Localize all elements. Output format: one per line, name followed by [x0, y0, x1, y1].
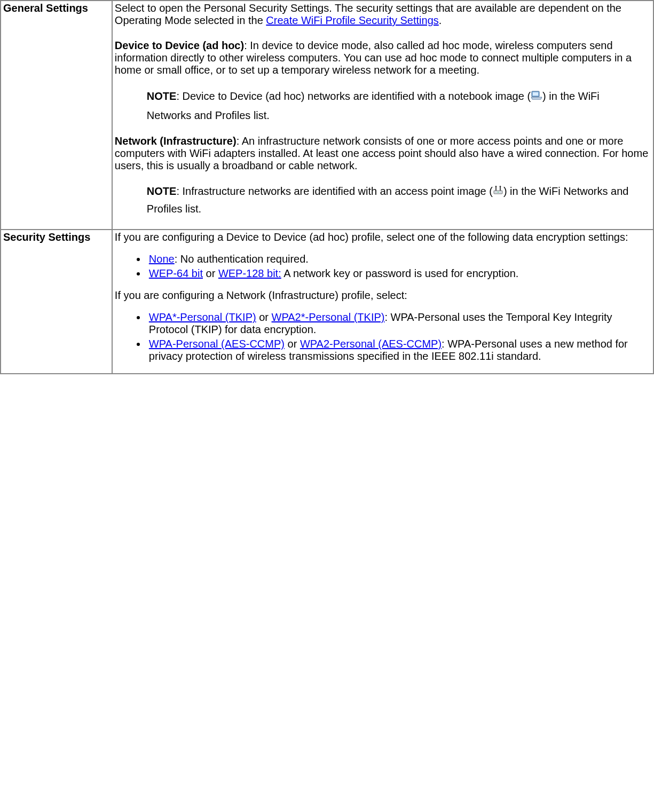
wpa2-tkip-link[interactable]: WPA2*-Personal (TKIP): [272, 311, 385, 323]
adhoc-label: Device to Device (ad hoc): [115, 40, 244, 51]
security-settings-label: Security Settings: [1, 230, 112, 374]
note-label: NOTE: [147, 90, 177, 102]
adhoc-encryption-list: None: No authentication required. WEP-64…: [115, 253, 651, 280]
none-text: : No authentication required.: [175, 253, 309, 265]
general-settings-row: General Settings Select to open the Pers…: [1, 1, 653, 230]
adhoc-encryption-intro: If you are configuring a Device to Devic…: [115, 231, 651, 243]
adhoc-paragraph: Device to Device (ad hoc): In device to …: [115, 40, 651, 76]
infra-note: NOTE: Infrastructure networks are identi…: [147, 183, 651, 218]
wpa-tkip-link[interactable]: WPA*-Personal (TKIP): [149, 311, 256, 323]
general-settings-content: Select to open the Personal Security Set…: [112, 1, 653, 230]
infra-label: Network (Infrastructure): [115, 135, 237, 147]
list-item: WPA*-Personal (TKIP) or WPA2*-Personal (…: [147, 311, 651, 336]
infra-encryption-list: WPA*-Personal (TKIP) or WPA2*-Personal (…: [115, 311, 651, 362]
or-text: or: [203, 267, 218, 279]
notebook-icon: [531, 88, 542, 106]
wpa-aes-link[interactable]: WPA-Personal (AES-CCMP): [149, 338, 285, 350]
settings-table: General Settings Select to open the Pers…: [0, 0, 654, 374]
svg-point-6: [500, 186, 501, 188]
intro-post-text: .: [439, 14, 442, 26]
infra-paragraph: Network (Infrastructure): An infrastruct…: [115, 135, 651, 172]
security-settings-content: If you are configuring a Device to Devic…: [112, 230, 653, 374]
note-label-2: NOTE: [147, 185, 177, 197]
list-item: None: No authentication required.: [147, 253, 651, 265]
general-settings-label: General Settings: [1, 1, 112, 230]
wep128-link[interactable]: WEP-128 bit:: [218, 267, 281, 279]
or-text-2: or: [256, 311, 272, 323]
wep-text: A network key or password is used for en…: [281, 267, 519, 279]
none-link[interactable]: None: [149, 253, 175, 265]
adhoc-note: NOTE: Device to Device (ad hoc) networks…: [147, 87, 651, 124]
bottom-spacer: [0, 374, 654, 534]
or-text-3: or: [285, 338, 300, 350]
access-point-icon: [493, 183, 503, 200]
infra-note-pre: : Infrastructure networks are identified…: [176, 185, 493, 197]
svg-point-7: [498, 192, 499, 193]
list-item: WEP-64 bit or WEP-128 bit: A network key…: [147, 267, 651, 280]
wpa2-aes-link[interactable]: WPA2-Personal (AES-CCMP): [300, 338, 442, 350]
svg-point-5: [495, 186, 497, 188]
security-settings-row: Security Settings If you are configuring…: [1, 230, 653, 374]
wep64-link[interactable]: WEP-64 bit: [149, 267, 203, 279]
infra-encryption-intro: If you are configuring a Network (Infras…: [115, 289, 651, 302]
create-wifi-profile-link[interactable]: Create WiFi Profile Security Settings: [266, 14, 438, 26]
general-settings-intro: Select to open the Personal Security Set…: [115, 2, 651, 27]
adhoc-note-pre: : Device to Device (ad hoc) networks are…: [176, 90, 531, 102]
svg-rect-1: [533, 92, 538, 96]
list-item: WPA-Personal (AES-CCMP) or WPA2-Personal…: [147, 338, 651, 362]
